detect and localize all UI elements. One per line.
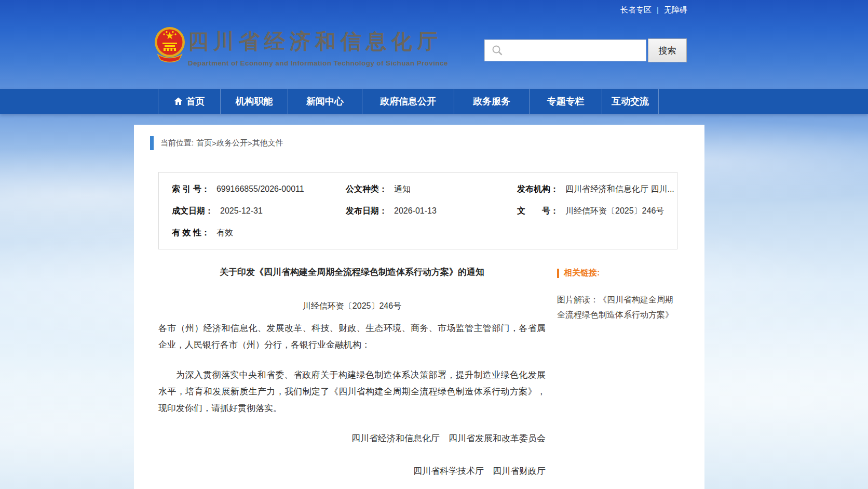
elder-zone-link[interactable]: 长者专区 [620,5,652,14]
meta-value: 有效 [216,228,233,239]
meta-value: 四川省经济和信息化厅 四川... [565,184,674,195]
nav-item-interaction[interactable]: 互动交流 [602,89,659,114]
meta-value: 川经信环资〔2025〕246号 [565,206,664,217]
nav-item-gov-info[interactable]: 政府信息公开 [362,89,454,114]
nav-item-functions[interactable]: 机构职能 [220,89,288,114]
search-input[interactable] [503,40,646,61]
site-name-english: Department of Economy and Information Te… [188,59,448,67]
meta-label: 公文种类： [346,184,387,195]
breadcrumb-prefix: 当前位置: [160,138,194,148]
signature-line-1: 四川省经济和信息化厅 四川省发展和改革委员会 [158,430,546,447]
breadcrumb-separator: > [248,139,252,148]
meta-row-1: 索 引 号： 699166855/2026-00011 公文种类： 通知 发布机… [172,178,677,200]
meta-value: 2026-01-13 [394,206,437,216]
breadcrumb-accent-bar [150,136,154,150]
breadcrumb-link-home[interactable]: 首页 [196,138,212,148]
accessibility-link[interactable]: 无障碍 [664,5,687,14]
nav-item-label: 首页 [186,95,205,108]
nav-item-label: 政府信息公开 [380,95,436,108]
meta-value: 2025-12-31 [220,206,263,216]
search-box [484,39,646,61]
meta-label: 成文日期： [172,206,213,217]
breadcrumb: 当前位置: 首页 > 政务公开 > 其他文件 [150,136,283,150]
nav-item-special-topics[interactable]: 专题专栏 [529,89,602,114]
nav-item-label: 专题专栏 [547,95,585,108]
document-salutation: 各市（州）经济和信息化、发展改革、科技、财政、生态环境、商务、市场监管主管部门，… [158,320,546,353]
nav-item-label: 政务服务 [473,95,510,108]
home-icon [174,97,183,105]
nav-item-label: 机构职能 [236,95,273,108]
meta-publish-date: 发布日期： 2026-01-13 [346,206,517,217]
nav-items: 首页 机构职能 新闻中心 政府信息公开 政务服务 专题专栏 互动交流 [158,89,659,114]
meta-doc-type: 公文种类： 通知 [346,184,517,195]
national-emblem-logo[interactable] [154,26,186,65]
related-links-title: 相关链接: [564,268,600,279]
document-paragraph: 为深入贯彻落实中央和省委、省政府关于构建绿色制造体系决策部署，提升制造业绿色化发… [158,367,546,417]
meta-label: 发布机构： [517,184,559,195]
meta-label: 有 效 性： [172,228,210,239]
meta-label: 文 号： [517,206,559,217]
content-card: 当前位置: 首页 > 政务公开 > 其他文件 索 引 号： 699166855/… [134,125,704,489]
related-links-accent-bar [557,269,559,278]
meta-index-number: 索 引 号： 699166855/2026-00011 [172,184,346,195]
meta-value: 699166855/2026-00011 [216,184,304,194]
meta-label: 发布日期： [346,206,387,217]
meta-written-date: 成文日期： 2025-12-31 [172,206,346,217]
site-name-chinese: 四川省经济和信息化厅 [188,27,448,56]
meta-value: 通知 [394,184,411,195]
related-links-header: 相关链接: [557,268,677,279]
document-body: 关于印发《四川省构建全周期全流程绿色制造体系行动方案》的通知 川经信环资〔202… [158,261,546,480]
breadcrumb-link-other-docs[interactable]: 其他文件 [252,138,283,148]
document-number: 川经信环资〔2025〕246号 [158,301,546,312]
topbar-separator: | [657,5,659,14]
related-link-image-interpretation[interactable]: 图片解读：《四川省构建全周期全流程绿色制造体系行动方案》 [557,292,677,322]
meta-issuing-agency: 发布机构： 四川省经济和信息化厅 四川... [517,184,677,195]
nav-item-news[interactable]: 新闻中心 [288,89,362,114]
nav-item-label: 新闻中心 [306,95,344,108]
topbar-links: 长者专区|无障碍 [620,5,687,15]
breadcrumb-separator: > [212,139,216,148]
signature-line-2: 四川省科学技术厅 四川省财政厅 [158,463,546,480]
breadcrumb-link-gov-open[interactable]: 政务公开 [216,138,248,148]
meta-doc-number: 文 号： 川经信环资〔2025〕246号 [517,206,677,217]
nav-item-home[interactable]: 首页 [158,89,220,114]
document-meta-table: 索 引 号： 699166855/2026-00011 公文种类： 通知 发布机… [158,172,677,249]
site-title: 四川省经济和信息化厅 Department of Economy and Inf… [188,27,448,67]
national-emblem-icon [154,26,186,65]
meta-label: 索 引 号： [172,184,210,195]
search-button[interactable]: 搜索 [648,38,687,62]
meta-row-3: 有 效 性： 有效 [172,222,677,244]
meta-validity: 有 效 性： 有效 [172,228,346,239]
main-navigation: 首页 机构职能 新闻中心 政府信息公开 政务服务 专题专栏 互动交流 [0,89,868,114]
meta-row-2: 成文日期： 2025-12-31 发布日期： 2026-01-13 文 号： 川… [172,200,677,222]
nav-item-gov-services[interactable]: 政务服务 [454,89,529,114]
related-links-sidebar: 相关链接: 图片解读：《四川省构建全周期全流程绿色制造体系行动方案》 [557,268,677,322]
nav-item-label: 互动交流 [612,95,649,108]
page: 长者专区|无障碍 四川省经济和信息化厅 Department of Econom… [0,0,868,489]
search-icon [492,45,503,56]
document-title: 关于印发《四川省构建全周期全流程绿色制造体系行动方案》的通知 [158,266,546,278]
